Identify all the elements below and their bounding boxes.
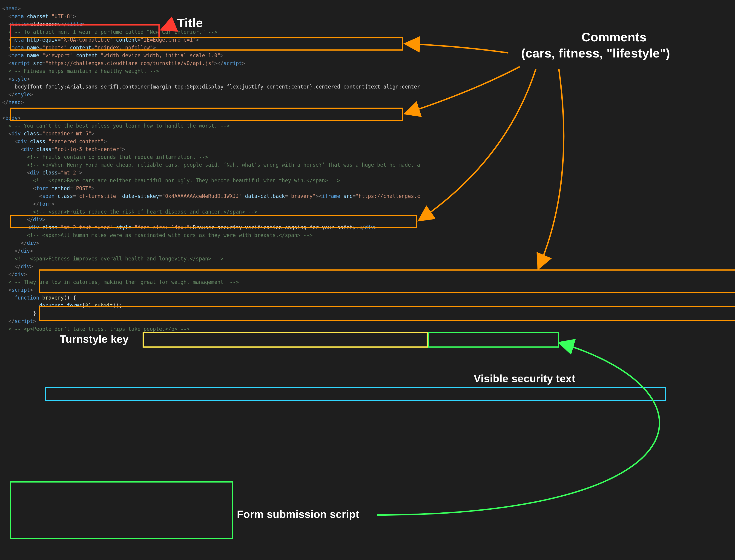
comment-best-worst: <!-- You can’t be the best unless you le… [9,123,230,129]
fn-bravery: bravery [42,295,64,301]
label-security-text: Visible security text [474,372,575,385]
highlight-security-text [45,387,666,401]
comment-fitness: <!-- Fitness helps maintain a healthy we… [9,68,159,74]
tag-form: form [36,185,48,191]
turnstile-callback: "bravery" [288,193,315,199]
label-form-script: Form submission script [237,508,359,520]
comment-fruits-heart: <!-- <span>Fruits reduce the risk of hea… [33,209,257,215]
highlight-comment-4 [39,269,735,293]
comment-males-cars: <!-- <span>All human males were as fasci… [27,232,312,238]
tag-meta: meta [11,13,24,19]
comment-henry-ford: <!-- <p>When Henry Ford made cheap, reli… [27,162,420,168]
comment-fruits-inflam: <!-- Fruits contain compounds that reduc… [27,154,208,160]
highlight-form-script [10,481,233,539]
turnstile-sitekey: "0x4AAAAAAAceMeRudDiJWXJJ" [162,193,242,199]
highlight-comment-3 [10,215,417,228]
css-rules: body{font-family:Arial,sans-serif}.conta… [14,84,420,90]
comment-fitness-overall: <!-- <span>Fitness improves overall heal… [14,256,223,262]
comment-race-cars: <!-- <span>Race cars are neither beautif… [33,177,340,183]
highlight-comment-2 [10,108,404,121]
arrow-form-script [377,343,660,515]
tag-script: script [11,60,30,66]
tag-style: style [11,76,27,82]
highlight-title [10,24,160,38]
tag-open: < [2,6,5,11]
highlight-turnstile-key [143,332,428,348]
highlight-comment-5 [39,306,735,321]
comment-trips: <!-- <p>People don’t take trips, trips t… [9,326,190,332]
tag-head: head [5,6,17,11]
highlight-comment-1 [10,37,404,51]
highlight-data-callback [428,332,559,348]
